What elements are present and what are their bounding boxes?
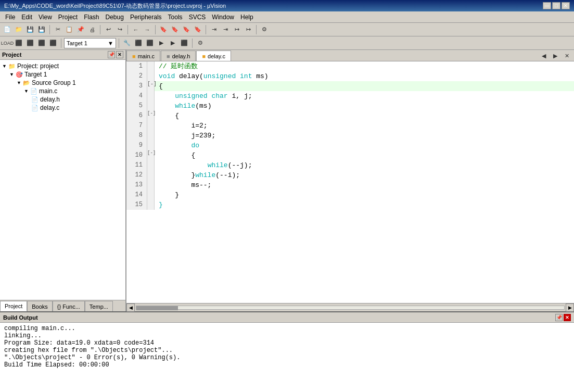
tree-file-mainc[interactable]: ▼ 📄 main.c: [24, 87, 123, 95]
code-content-14[interactable]: }: [155, 190, 574, 200]
build-btn[interactable]: ⚙: [259, 24, 270, 35]
t2b1[interactable]: ⬛: [14, 38, 24, 48]
tab-books[interactable]: Books: [27, 301, 53, 311]
fold-1[interactable]: [147, 61, 155, 71]
open-file-button[interactable]: 📁: [14, 24, 24, 35]
save-all-button[interactable]: 💾: [36, 24, 47, 35]
bookmark-btn[interactable]: 🔖: [158, 24, 169, 35]
redo-button[interactable]: ↪: [114, 24, 125, 35]
code-content-15[interactable]: }: [155, 200, 574, 210]
fold-6[interactable]: [-]: [147, 111, 155, 121]
panel-pin-button[interactable]: 📌: [108, 51, 115, 58]
fold-12[interactable]: [147, 170, 155, 180]
hscroll-right[interactable]: ▶: [566, 304, 574, 312]
indent4-btn[interactable]: ↦: [243, 24, 253, 35]
tab-close[interactable]: ✕: [562, 50, 572, 61]
fold-2[interactable]: [147, 71, 155, 81]
copy-button[interactable]: 📋: [64, 24, 74, 35]
menu-svcs[interactable]: SVCS: [186, 12, 209, 22]
menu-file[interactable]: File: [2, 12, 18, 22]
t2b11[interactable]: ⚙: [195, 38, 206, 48]
cut-button[interactable]: ✂: [53, 24, 63, 35]
t2b8[interactable]: ▶: [156, 38, 167, 48]
close-button[interactable]: ✕: [562, 2, 570, 9]
fold-9[interactable]: [147, 141, 155, 150]
fold-7[interactable]: [147, 121, 155, 131]
t2b10[interactable]: ⬛: [179, 38, 189, 48]
target-dropdown[interactable]: Target 1 ▼: [64, 38, 116, 48]
code-content-2[interactable]: void delay(unsigned int ms): [155, 71, 574, 81]
hscroll-left[interactable]: ◀: [126, 304, 135, 312]
code-content-4[interactable]: unsigned char i, j;: [155, 91, 574, 101]
build-pin-button[interactable]: 📌: [555, 314, 563, 321]
tab-scroll-left[interactable]: ◀: [539, 50, 549, 61]
tree-file-delayh[interactable]: 📄 delay.h: [31, 95, 123, 104]
code-content-13[interactable]: ms--;: [155, 180, 574, 190]
build-close-button[interactable]: ✕: [564, 314, 571, 321]
tab-scroll-right[interactable]: ▶: [550, 50, 560, 61]
t2b5[interactable]: 🔧: [122, 38, 132, 48]
maximize-button[interactable]: □: [552, 2, 560, 9]
nav-back-button[interactable]: ←: [131, 24, 141, 35]
fold-10[interactable]: [-]: [147, 150, 155, 160]
fold-15[interactable]: [147, 200, 155, 210]
tab-project[interactable]: Project: [0, 301, 27, 311]
fold-8[interactable]: [147, 131, 155, 141]
tree-file-delayc[interactable]: 📄 delay.c: [31, 104, 123, 112]
code-view[interactable]: 1 // 延时函数 2 void delay(unsigned int ms) …: [126, 61, 574, 303]
load-btn[interactable]: LOAD: [2, 38, 12, 48]
expand-source[interactable]: ▼: [17, 80, 22, 85]
tab-temp[interactable]: Temp...: [85, 301, 113, 311]
print-button[interactable]: 🖨: [87, 24, 97, 35]
menu-view[interactable]: View: [35, 12, 55, 22]
hscroll-thumb[interactable]: [136, 306, 178, 310]
menu-flash[interactable]: Flash: [81, 12, 102, 22]
bk2[interactable]: 🔖: [170, 24, 180, 35]
code-content-8[interactable]: j=239;: [155, 131, 574, 141]
code-content-9[interactable]: do: [155, 141, 574, 150]
tab-delayc[interactable]: ■ delay.c: [196, 50, 231, 61]
expand-target[interactable]: ▼: [9, 72, 15, 77]
fold-4[interactable]: [147, 91, 155, 101]
code-content-5[interactable]: while(ms): [155, 101, 574, 111]
fold-11[interactable]: [147, 160, 155, 170]
minimize-button[interactable]: —: [543, 2, 551, 9]
indent3-btn[interactable]: ↦: [232, 24, 242, 35]
tab-func[interactable]: {} Func...: [53, 301, 85, 311]
bk4[interactable]: 🔖: [193, 24, 203, 35]
code-content-6[interactable]: {: [155, 111, 574, 121]
indent-btn[interactable]: ⇥: [209, 24, 219, 35]
panel-close-button[interactable]: ✕: [116, 51, 123, 58]
tree-target1[interactable]: ▼ 🎯 Target 1: [9, 70, 123, 79]
code-content-12[interactable]: }while(--i);: [155, 170, 574, 180]
menu-debug[interactable]: Debug: [103, 12, 127, 22]
code-content-1[interactable]: // 延时函数: [155, 61, 574, 71]
code-content-10[interactable]: {: [155, 150, 574, 160]
fold-14[interactable]: [147, 190, 155, 200]
tab-delayh[interactable]: ■ delay.h: [161, 50, 196, 61]
menu-peripherals[interactable]: Peripherals: [127, 12, 165, 22]
menu-help[interactable]: Help: [237, 12, 257, 22]
new-file-button[interactable]: 📄: [2, 24, 12, 35]
code-content-3[interactable]: {: [155, 81, 574, 91]
t2b9[interactable]: ▶: [168, 38, 178, 48]
paste-button[interactable]: 📌: [75, 24, 86, 35]
code-content-11[interactable]: while(--j);: [155, 160, 574, 170]
t2b3[interactable]: ⬛: [36, 38, 47, 48]
menu-window[interactable]: Window: [209, 12, 237, 22]
menu-tools[interactable]: Tools: [165, 12, 186, 22]
indent2-btn[interactable]: ⇥: [220, 24, 231, 35]
fold-13[interactable]: [147, 180, 155, 190]
bk3[interactable]: 🔖: [181, 24, 192, 35]
menu-project[interactable]: Project: [55, 12, 81, 22]
expand-mainc[interactable]: ▼: [24, 88, 29, 94]
t2b7[interactable]: ⬛: [145, 38, 155, 48]
fold-5[interactable]: [147, 101, 155, 111]
menu-edit[interactable]: Edit: [18, 12, 35, 22]
t2b4[interactable]: ⬛: [48, 38, 58, 48]
fold-3[interactable]: [-]: [147, 81, 155, 91]
hscroll-track[interactable]: [136, 306, 565, 310]
save-button[interactable]: 💾: [25, 24, 35, 35]
t2b6[interactable]: ⬛: [133, 38, 144, 48]
t2b2[interactable]: ⬛: [25, 38, 35, 48]
